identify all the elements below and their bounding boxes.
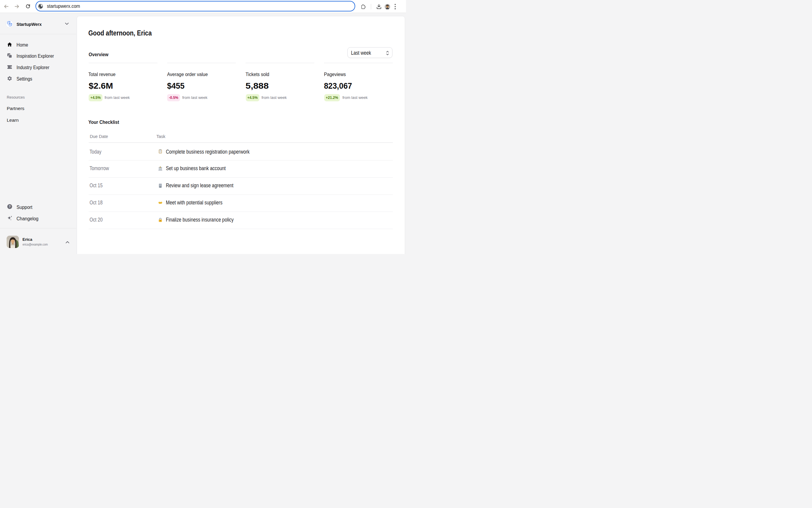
svg-text:?: ? (9, 205, 11, 208)
svg-text:$: $ (160, 167, 161, 168)
